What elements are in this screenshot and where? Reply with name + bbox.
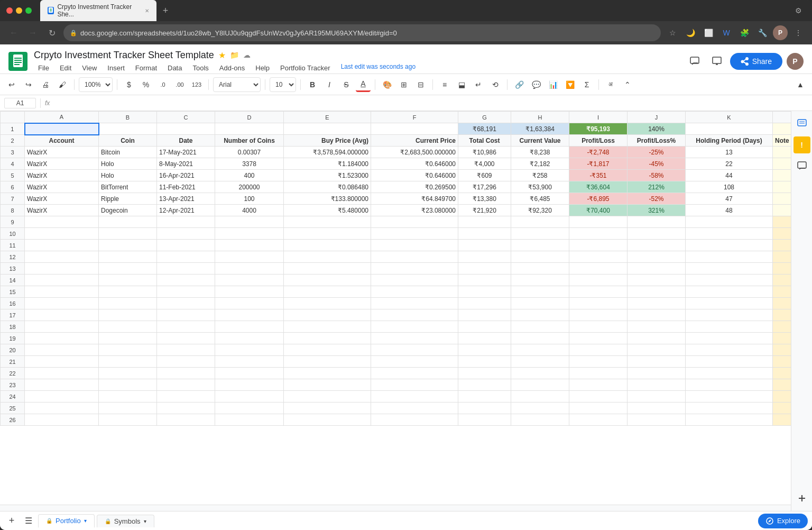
table-cell-empty[interactable] [511, 228, 569, 240]
table-cell-empty[interactable] [215, 379, 284, 391]
dark-mode-icon[interactable]: 🌙 [683, 25, 698, 40]
cell-a2[interactable]: Account [25, 135, 99, 147]
table-cell-empty[interactable] [458, 309, 511, 321]
table-cell-empty[interactable] [773, 321, 791, 333]
table-cell-empty[interactable] [157, 333, 215, 344]
table-cell-empty[interactable] [569, 286, 628, 298]
cell-c3[interactable]: 17-May-2021 [157, 147, 215, 158]
table-cell-empty[interactable] [458, 344, 511, 356]
table-cell-empty[interactable] [25, 228, 99, 240]
table-cell-empty[interactable] [569, 368, 628, 379]
table-cell-empty[interactable] [284, 298, 371, 309]
table-cell-empty[interactable] [511, 356, 569, 368]
close-button[interactable] [6, 7, 13, 14]
col-header-e[interactable]: E [284, 112, 371, 123]
back-button[interactable]: ← [6, 25, 21, 40]
table-cell-empty[interactable] [458, 216, 511, 228]
strikethrough-button[interactable]: S [339, 77, 354, 92]
cell-j4[interactable]: -45% [628, 158, 686, 170]
table-cell-empty[interactable] [773, 228, 791, 240]
table-cell-empty[interactable] [371, 275, 458, 286]
table-cell-empty[interactable] [686, 263, 773, 275]
cell-g5[interactable]: ₹609 [458, 170, 511, 181]
table-cell-empty[interactable] [371, 321, 458, 333]
link-button[interactable]: 🔗 [512, 77, 527, 92]
cell-k4[interactable]: 22 [686, 158, 773, 170]
table-cell-empty[interactable] [686, 240, 773, 251]
cell-d4[interactable]: 3378 [215, 158, 284, 170]
windows-icon[interactable]: ⬜ [701, 25, 716, 40]
input-tools-button[interactable]: अ [603, 77, 618, 92]
textwrap-button[interactable]: ↵ [471, 77, 486, 92]
table-cell-empty[interactable] [157, 240, 215, 251]
percent-button[interactable]: % [139, 77, 153, 92]
table-cell-empty[interactable] [628, 379, 686, 391]
cell-l6[interactable] [773, 181, 791, 193]
menu-insert[interactable]: Insert [103, 63, 129, 73]
table-cell-empty[interactable] [284, 251, 371, 263]
table-cell-empty[interactable] [458, 286, 511, 298]
cell-j5[interactable]: -58% [628, 170, 686, 181]
filter-button[interactable]: 🔽 [562, 77, 577, 92]
table-cell-empty[interactable] [157, 275, 215, 286]
table-cell-empty[interactable] [157, 263, 215, 275]
col-header-b[interactable]: B [99, 112, 157, 123]
sheets-list-button[interactable]: ☰ [21, 514, 36, 528]
fill-color-button[interactable]: 🎨 [380, 77, 394, 92]
valign-button[interactable]: ⬓ [454, 77, 469, 92]
undo-button[interactable]: ↩ [4, 77, 19, 92]
table-cell-empty[interactable] [628, 240, 686, 251]
table-cell-empty[interactable] [215, 391, 284, 403]
table-cell-empty[interactable] [25, 368, 99, 379]
cloud-icon[interactable]: ☁ [243, 51, 251, 59]
col-header-a[interactable]: A [25, 112, 99, 123]
cell-k2[interactable]: Holding Period (Days) [686, 135, 773, 147]
table-cell-empty[interactable] [773, 403, 791, 414]
table-cell-empty[interactable] [371, 356, 458, 368]
cell-b3[interactable]: Bitcoin [99, 147, 157, 158]
table-cell-empty[interactable] [25, 263, 99, 275]
cell-k1[interactable] [686, 123, 773, 135]
cell-a8[interactable]: WazirX [25, 205, 99, 216]
cell-e8[interactable]: ₹5.480000 [284, 205, 371, 216]
table-cell-empty[interactable] [628, 216, 686, 228]
cell-d6[interactable]: 200000 [215, 181, 284, 193]
cell-a1[interactable] [25, 123, 99, 135]
star-icon[interactable]: ★ [218, 50, 226, 60]
col-header-d[interactable]: D [215, 112, 284, 123]
table-cell-empty[interactable] [25, 391, 99, 403]
paint-format-button[interactable]: 🖌 [55, 77, 70, 92]
cell-i6[interactable]: ₹36,604 [569, 181, 628, 193]
cell-c1[interactable] [157, 123, 215, 135]
table-cell-empty[interactable] [686, 309, 773, 321]
table-cell-empty[interactable] [511, 216, 569, 228]
table-cell-empty[interactable] [686, 298, 773, 309]
table-cell-empty[interactable] [157, 251, 215, 263]
cell-i7[interactable]: -₹6,895 [569, 193, 628, 205]
function-button[interactable]: Σ [579, 77, 594, 92]
table-cell-empty[interactable] [215, 344, 284, 356]
table-cell-empty[interactable] [284, 368, 371, 379]
table-cell-empty[interactable] [628, 414, 686, 426]
cell-c6[interactable]: 11-Feb-2021 [157, 181, 215, 193]
table-cell-empty[interactable] [215, 321, 284, 333]
extension-icon[interactable]: ⚙ [791, 3, 806, 18]
table-cell-empty[interactable] [458, 263, 511, 275]
cell-f5[interactable]: ₹0.646000 [371, 170, 458, 181]
table-cell-empty[interactable] [628, 356, 686, 368]
cell-j3[interactable]: -25% [628, 147, 686, 158]
present-button[interactable] [708, 52, 726, 70]
table-cell-empty[interactable] [99, 333, 157, 344]
table-cell-empty[interactable] [686, 275, 773, 286]
active-tab[interactable]: Crpyto Investment Tracker She... ✕ [40, 0, 156, 21]
folder-icon[interactable]: 📁 [230, 51, 239, 59]
table-cell-empty[interactable] [99, 216, 157, 228]
table-cell-empty[interactable] [628, 368, 686, 379]
table-cell-empty[interactable] [284, 216, 371, 228]
cell-e4[interactable]: ₹1.184000 [284, 158, 371, 170]
menu-data[interactable]: Data [163, 63, 186, 73]
col-header-g[interactable]: G [458, 112, 511, 123]
cell-b1[interactable] [99, 123, 157, 135]
italic-button[interactable]: I [322, 77, 337, 92]
bookmark-icon[interactable]: ☆ [665, 25, 680, 40]
